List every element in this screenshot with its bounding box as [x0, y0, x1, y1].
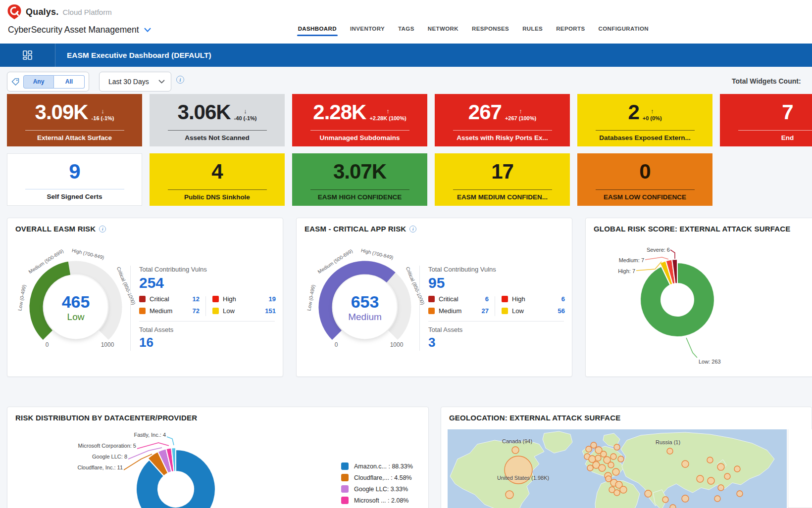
kpi-external-attack-surface[interactable]: 3.09K ↓-16 (-1%) External Attack Surface: [7, 94, 142, 146]
up-arrow-icon: ↑: [386, 108, 390, 115]
risk-gauge-chart: Low (0-499)Medium (500-699)High (700-849…: [12, 247, 139, 369]
global-risk-donut-chart: [586, 233, 812, 376]
widget-global-risk-score: GLOBAL RISK SCORE: EXTERNAL ATTACK SURFA…: [585, 218, 812, 377]
vulns-title: Total Contributing Vulns: [139, 266, 207, 273]
assets-total: 16: [139, 335, 153, 350]
world-map[interactable]: Canada (94) United States (1.98K) Russia…: [448, 429, 787, 508]
vulns-total: 254: [139, 275, 164, 291]
critical-swatch: [139, 296, 146, 302]
widget-critical-app-risk: EASM - CRITICAL APP RISKi Low (0-499)Med…: [296, 218, 572, 377]
dashboard-grid-icon: [23, 50, 32, 60]
kpi-clipped-tile[interactable]: 7 End: [720, 94, 812, 146]
provider-legend: Amazon.c... : 88.33% Cloudflare,... : 4.…: [341, 462, 413, 508]
widget-risk-distribution-provider: RISK DISTRIBUTION BY DATACENTER/PROVIDER…: [7, 407, 429, 508]
callout-high: High: 7: [586, 268, 635, 274]
geo-country-list: United Switze: [788, 429, 812, 508]
callout-microsoft: Microsoft Corporation: 5: [62, 443, 136, 449]
brand-suffix: Cloud Platform: [62, 8, 111, 16]
map-label-united-states: United States (1.98K): [497, 475, 549, 481]
risk-gauge-chart: Low (0-499)Medium (500-699)High (700-849…: [302, 247, 428, 369]
vuln-legend-col1: Critical6 Medium27: [428, 295, 489, 315]
qualys-logo-icon: [7, 4, 22, 20]
main-nav: DASHBOARD INVENTORY TAGS NETWORK RESPONS…: [298, 26, 649, 36]
callout-cloudflare: Cloudflare, Inc.: 11: [58, 464, 123, 470]
widget-title: OVERALL EASM RISK: [15, 225, 96, 233]
dashboard-bar: EASM Executive Dashboard (DEFAULT): [0, 44, 812, 67]
kpi-databases-exposed[interactable]: 2 ↑+0 (0%) Databases Exposed Extern...: [577, 94, 712, 146]
medium-swatch: [139, 308, 146, 314]
up-arrow-icon: ↑: [519, 108, 522, 115]
assets-total: 3: [428, 335, 435, 350]
amazon-swatch: [341, 462, 349, 470]
widget-title: EASM - CRITICAL APP RISK: [304, 225, 406, 233]
vulns-total: 95: [428, 275, 445, 291]
widget-overall-easm-risk: OVERALL EASM RISKi Low (0-499)Medium (50…: [7, 218, 283, 377]
kpi-public-dns-sinkhole[interactable]: 4 Public DNS Sinkhole: [150, 153, 285, 206]
date-range-select[interactable]: Last 30 Days: [99, 72, 171, 92]
tag-filter-group: Any All: [7, 72, 89, 92]
tab-rules[interactable]: RULES: [522, 26, 543, 36]
svg-text:1000: 1000: [101, 341, 114, 348]
kpi-assets-not-scanned[interactable]: 3.06K ↓-40 (-1%) Assets Not Scanned: [150, 94, 285, 146]
kpi-easm-high-confidence[interactable]: 3.07K EASM HIGH CONFIDENCE: [292, 153, 427, 206]
kpi-unmanaged-subdomains[interactable]: 2.28K ↑+2.28K (100%) Unmanaged Subdomain…: [292, 94, 427, 146]
high-swatch: [502, 296, 508, 302]
tab-dashboard[interactable]: DASHBOARD: [298, 26, 337, 36]
tab-responses[interactable]: RESPONSES: [472, 26, 509, 36]
info-icon[interactable]: i: [409, 226, 416, 232]
app-switcher[interactable]: CyberSecurity Asset Management: [8, 25, 151, 35]
top-header: Qualys. Cloud Platform CyberSecurity Ass…: [0, 0, 812, 44]
svg-text:1000: 1000: [390, 341, 404, 348]
critical-swatch: [428, 296, 435, 302]
info-icon[interactable]: i: [99, 226, 106, 232]
cloudflare-swatch: [341, 474, 349, 481]
tab-inventory[interactable]: INVENTORY: [350, 26, 385, 36]
tab-configuration[interactable]: CONFIGURATION: [599, 26, 649, 36]
svg-text:Low (0-499): Low (0-499): [17, 284, 27, 311]
kpi-assets-risky-ports[interactable]: 267 ↑+267 (100%) Assets with Risky Ports…: [435, 94, 570, 146]
qualys-logo: Qualys. Cloud Platform: [7, 4, 112, 20]
kpi-easm-low-confidence[interactable]: 0 EASM LOW CONFIDENCE: [577, 153, 712, 206]
vuln-legend-col1: Critical12 Medium72: [139, 295, 200, 315]
vuln-legend-col2: High19 Low151: [212, 295, 276, 315]
high-swatch: [212, 296, 219, 302]
any-all-toggle: Any All: [23, 75, 85, 89]
widget-geolocation: GEOLOCATION: EXTERNAL ATTACK SURFACE Can…: [441, 407, 812, 508]
vulns-title: Total Contributing Vulns: [428, 266, 496, 273]
vuln-legend-col2: High6 Low56: [502, 295, 565, 315]
dashboard-picker-button[interactable]: [0, 44, 55, 67]
app-title: CyberSecurity Asset Management: [8, 25, 139, 35]
medium-swatch: [428, 308, 435, 314]
total-widgets-count: Total Widgets Count:: [732, 77, 801, 85]
toggle-all-button[interactable]: All: [54, 75, 85, 89]
tag-icon: [11, 78, 19, 86]
tab-network[interactable]: NETWORK: [428, 26, 458, 36]
svg-text:High (700-849): High (700-849): [360, 247, 394, 260]
callout-google: Google LLC: 8: [63, 454, 127, 460]
tab-reports[interactable]: REPORTS: [556, 26, 585, 36]
widget-title: GLOBAL RISK SCORE: EXTERNAL ATTACK SURFA…: [594, 225, 791, 233]
svg-text:High (700-849): High (700-849): [71, 247, 104, 260]
google-swatch: [341, 485, 349, 493]
kpi-easm-medium-confidence[interactable]: 17 EASM MEDIUM CONFIDEN...: [435, 153, 570, 206]
map-label-russia: Russia (1): [656, 439, 680, 445]
info-icon[interactable]: i: [176, 76, 184, 84]
toggle-any-button[interactable]: Any: [23, 75, 54, 89]
assets-title: Total Assets: [428, 326, 462, 333]
down-arrow-icon: ↓: [101, 108, 104, 115]
callout-low: Low: 263: [699, 359, 721, 365]
low-swatch: [502, 308, 508, 314]
callout-fastly: Fastly, Inc.: 4: [102, 432, 166, 438]
down-arrow-icon: ↓: [244, 108, 247, 115]
tab-tags[interactable]: TAGS: [398, 26, 414, 36]
up-arrow-icon: ↑: [651, 108, 654, 115]
chevron-down-icon: [144, 28, 151, 32]
svg-text:0: 0: [335, 341, 338, 348]
assets-title: Total Assets: [139, 326, 173, 333]
svg-text:0: 0: [46, 341, 49, 348]
kpi-self-signed-certs[interactable]: 9 Self Signed Certs: [7, 153, 142, 206]
dashboard-page: Qualys. Cloud Platform CyberSecurity Ass…: [0, 0, 812, 508]
date-range-value: Last 30 Days: [108, 78, 149, 86]
brand-name: Qualys.: [26, 7, 58, 17]
world-map-svg: [448, 429, 787, 508]
